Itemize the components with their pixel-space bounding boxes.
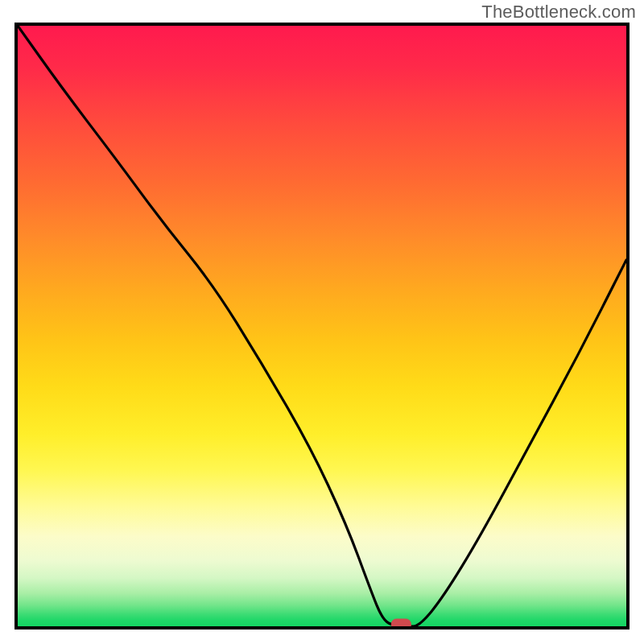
chart-frame: TheBottleneck.com xyxy=(0,0,644,644)
curve-layer xyxy=(18,26,626,626)
bottleneck-curve xyxy=(18,26,626,626)
plot-area xyxy=(14,23,630,630)
watermark-text: TheBottleneck.com xyxy=(481,2,636,23)
optimal-marker xyxy=(391,619,411,626)
